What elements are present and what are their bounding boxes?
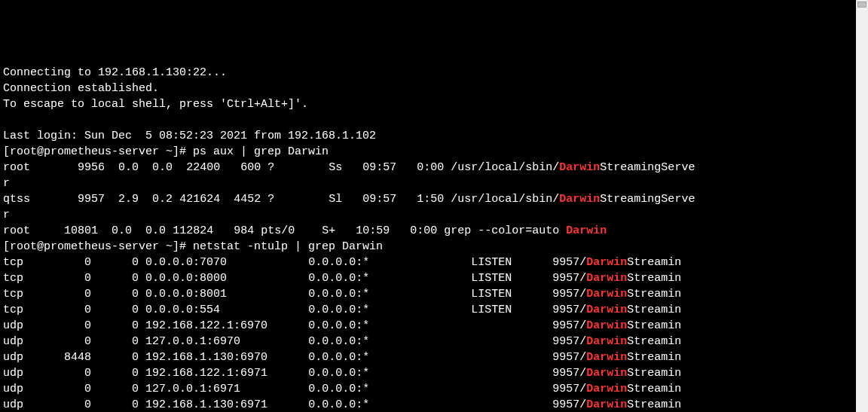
last-login-line: Last login: Sun Dec 5 08:52:23 2021 from… bbox=[3, 130, 376, 142]
scrollbar-thumb[interactable] bbox=[857, 2, 866, 8]
netstat-row: tcp 0 0 0.0.0.0:7070 0.0.0.0:* LISTEN 99… bbox=[3, 256, 681, 269]
ps-row-root: root 9956 0.0 0.0 22400 600 ? Ss 09:57 0… bbox=[3, 161, 695, 174]
ps-row-wrap: r bbox=[3, 209, 10, 221]
connect-line: Connecting to 192.168.1.130:22... bbox=[3, 66, 227, 79]
netstat-row: udp 0 0 127.0.0.1:6971 0.0.0.0:* 9957/Da… bbox=[3, 383, 681, 395]
command-1: ps aux | grep Darwin bbox=[193, 145, 329, 158]
prompt-1: [root@prometheus-server ~]# bbox=[3, 145, 193, 158]
terminal-output[interactable]: Connecting to 192.168.1.130:22... Connec… bbox=[0, 63, 856, 412]
vertical-scrollbar[interactable] bbox=[856, 0, 868, 412]
netstat-row: tcp 0 0 0.0.0.0:8001 0.0.0.0:* LISTEN 99… bbox=[3, 288, 681, 301]
established-line: Connection established. bbox=[3, 82, 159, 95]
prompt-2: [root@prometheus-server ~]# bbox=[3, 240, 193, 253]
netstat-row: tcp 0 0 0.0.0.0:554 0.0.0.0:* LISTEN 995… bbox=[3, 304, 681, 316]
netstat-row: tcp 0 0 0.0.0.0:8000 0.0.0.0:* LISTEN 99… bbox=[3, 272, 681, 285]
ps-row-grep: root 10801 0.0 0.0 112824 984 pts/0 S+ 1… bbox=[3, 224, 607, 237]
escape-line: To escape to local shell, press 'Ctrl+Al… bbox=[3, 98, 308, 111]
netstat-row: udp 0 0 192.168.122.1:6971 0.0.0.0:* 995… bbox=[3, 367, 681, 380]
netstat-row: udp 0 0 127.0.0.1:6970 0.0.0.0:* 9957/Da… bbox=[3, 335, 681, 348]
command-2: netstat -ntulp | grep Darwin bbox=[193, 240, 383, 253]
netstat-row: udp 8448 0 192.168.1.130:6970 0.0.0.0:* … bbox=[3, 351, 681, 364]
netstat-row: udp 0 0 192.168.1.130:6971 0.0.0.0:* 995… bbox=[3, 398, 681, 411]
ps-row-qtss: qtss 9957 2.9 0.2 421624 4452 ? Sl 09:57… bbox=[3, 193, 695, 206]
netstat-row: udp 0 0 192.168.122.1:6970 0.0.0.0:* 995… bbox=[3, 319, 681, 332]
ps-row-wrap: r bbox=[3, 177, 10, 190]
